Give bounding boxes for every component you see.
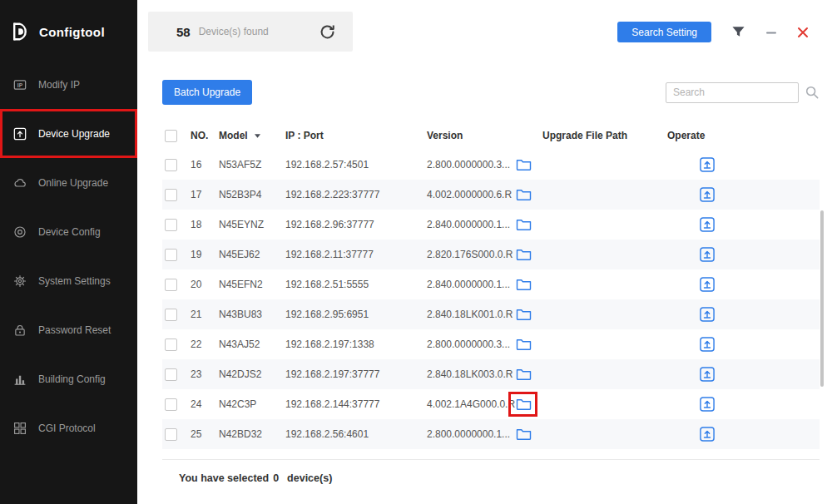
sidebar-item-modify-ip[interactable]: IP Modify IP (0, 60, 137, 109)
row-checkbox[interactable] (165, 159, 177, 171)
row-checkbox[interactable] (165, 398, 177, 411)
selection-unit: device(s) (287, 472, 332, 484)
search-setting-button[interactable]: Search Setting (617, 22, 711, 42)
upgrade-upload-icon[interactable] (698, 275, 716, 294)
row-ip-port: 192.168.2.144:37777 (284, 398, 425, 410)
row-no: 25 (189, 428, 217, 440)
browse-file-folder-icon[interactable] (514, 426, 533, 442)
search-icon[interactable] (805, 85, 820, 100)
password-reset-icon (13, 324, 27, 337)
svg-text:IP: IP (17, 82, 23, 87)
row-ip-port: 192.168.2.11:37777 (284, 249, 425, 260)
sidebar-item-building-config[interactable]: Building Config (0, 354, 137, 403)
system-settings-icon (13, 274, 27, 288)
row-checkbox[interactable] (165, 368, 177, 381)
sidebar-item-system-settings[interactable]: System Settings (0, 256, 137, 305)
table-row: 23 N42DJS2 192.168.2.197:37777 2.840.18L… (162, 359, 820, 389)
table-row: 17 N52B3P4 192.168.2.223:37777 4.002.000… (162, 180, 820, 210)
upgrade-upload-icon[interactable] (698, 156, 716, 174)
row-checkbox[interactable] (165, 428, 177, 441)
scrollbar-thumb[interactable] (820, 210, 824, 387)
row-model: N42C3P (217, 398, 284, 410)
row-checkbox[interactable] (165, 189, 177, 201)
topbar: 58 Device(s) found Search Setting (137, 0, 832, 63)
row-ip-port: 192.168.2.57:4501 (284, 159, 425, 170)
upgrade-file-path-cell (513, 306, 533, 323)
browse-file-folder-icon[interactable] (514, 366, 533, 383)
row-version: 2.800.0000000.3... (425, 159, 513, 170)
content-toolbar: Batch Upgrade (162, 80, 820, 105)
browse-file-folder-icon[interactable] (514, 246, 533, 263)
main-area: 58 Device(s) found Search Setting Batch … (137, 0, 832, 504)
sidebar-item-online-upgrade[interactable]: Online Upgrade (0, 158, 137, 207)
close-button-icon[interactable] (797, 27, 809, 38)
table-body: 16 N53AF5Z 192.168.2.57:4501 2.800.00000… (162, 150, 820, 449)
row-checkbox[interactable] (165, 249, 177, 261)
row-model: N43AJ52 (217, 338, 284, 350)
upgrade-file-path-cell (513, 396, 533, 413)
row-ip-port: 192.168.2.96:37777 (284, 219, 425, 230)
browse-file-folder-icon[interactable] (514, 186, 533, 203)
row-version: 2.800.0000000.3... (425, 338, 513, 350)
row-version: 2.800.0000000.1... (425, 428, 513, 440)
upgrade-upload-icon[interactable] (698, 305, 716, 324)
table-row: 18 N45EYNZ 192.168.2.96:37777 2.840.0000… (162, 210, 820, 240)
building-config-icon (13, 373, 27, 386)
sidebar-item-device-upgrade[interactable]: Device Upgrade (0, 109, 137, 158)
row-no: 19 (189, 249, 217, 260)
browse-file-folder-icon[interactable] (514, 276, 533, 293)
device-count-box: 58 Device(s) found (148, 12, 353, 52)
sidebar-item-device-config[interactable]: Device Config (0, 207, 137, 256)
minimize-button-icon[interactable] (765, 27, 777, 38)
browse-file-folder-icon[interactable] (514, 156, 533, 173)
row-no: 24 (189, 398, 217, 410)
upgrade-upload-icon[interactable] (698, 395, 716, 413)
window-controls: Search Setting (617, 12, 809, 42)
row-checkbox[interactable] (165, 219, 177, 231)
sidebar-item-password-reset[interactable]: Password Reset (0, 305, 137, 354)
upgrade-file-path-cell (513, 186, 533, 203)
browse-file-folder-icon[interactable] (514, 216, 533, 233)
upgrade-upload-icon[interactable] (698, 215, 716, 234)
row-checkbox[interactable] (165, 338, 177, 351)
upgrade-upload-icon[interactable] (698, 185, 716, 204)
model-filter-caret-icon[interactable] (254, 133, 261, 139)
configtool-window: Configtool IP Modify IP Device Upgrade O… (0, 0, 832, 504)
row-checkbox[interactable] (165, 279, 177, 291)
selection-count: 0 (273, 472, 279, 484)
batch-upgrade-button[interactable]: Batch Upgrade (162, 80, 252, 105)
device-count: 58 (176, 25, 191, 39)
row-model: N43BU83 (217, 309, 284, 320)
row-version: 2.820.176S000.0.R (425, 249, 513, 260)
upgrade-file-path-cell (513, 246, 533, 263)
browse-file-folder-icon[interactable] (514, 396, 533, 413)
row-model: N45EJ62 (217, 249, 284, 260)
table-row: 20 N45EFN2 192.168.2.51:5555 2.840.00000… (162, 269, 820, 299)
upgrade-upload-icon[interactable] (698, 365, 716, 383)
row-version: 4.002.0000000.6.R (425, 189, 513, 200)
row-no: 22 (189, 338, 217, 350)
browse-file-folder-icon[interactable] (514, 336, 533, 353)
table-row: 21 N43BU83 192.168.2.95:6951 2.840.18LK0… (162, 299, 820, 329)
upgrade-upload-icon[interactable] (698, 335, 716, 353)
app-logo-icon (10, 21, 32, 42)
select-all-checkbox[interactable] (165, 130, 177, 142)
table-row: 19 N45EJ62 192.168.2.11:37777 2.820.176S… (162, 240, 820, 269)
content: Batch Upgrade NO. Model IP : Port Versio… (137, 63, 832, 504)
refresh-button[interactable] (319, 23, 336, 41)
upgrade-upload-icon[interactable] (698, 425, 716, 443)
upgrade-upload-icon[interactable] (698, 245, 716, 264)
browse-file-folder-icon[interactable] (514, 306, 533, 323)
row-ip-port: 192.168.2.51:5555 (284, 279, 425, 290)
row-checkbox[interactable] (165, 309, 177, 321)
search-input[interactable] (666, 82, 799, 103)
sidebar-item-cgi-protocol[interactable]: CGI Protocol (0, 403, 137, 452)
upgrade-file-path-cell (513, 156, 533, 173)
row-no: 16 (189, 159, 217, 170)
column-upgrade-file-path: Upgrade File Path (513, 130, 662, 141)
row-ip-port: 192.168.2.197:37777 (284, 368, 425, 380)
row-model: N42DJS2 (217, 368, 284, 380)
filter-icon[interactable] (731, 25, 745, 39)
row-no: 21 (189, 309, 217, 320)
row-version: 2.840.18LK001.0.R (425, 309, 513, 320)
